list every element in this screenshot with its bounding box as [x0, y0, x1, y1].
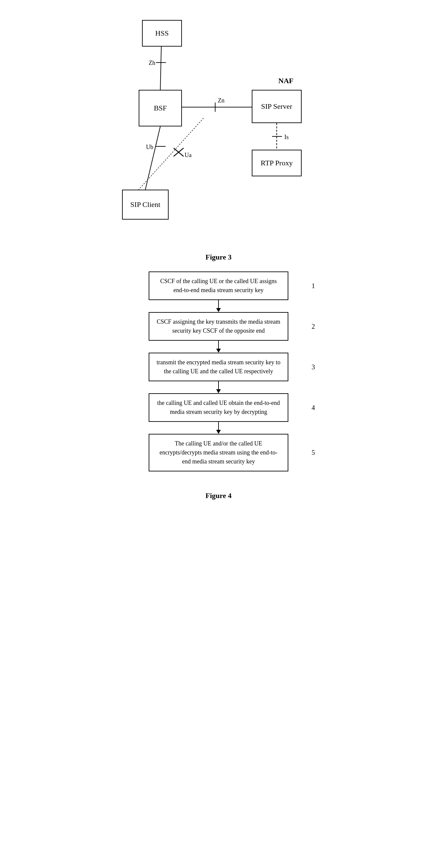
svg-marker-23	[216, 430, 221, 434]
sip-server-box: SIP Server	[252, 90, 302, 123]
sip-server-label: SIP Server	[261, 102, 292, 111]
figure4-diagram: CSCF of the calling UE or the called UE …	[102, 272, 335, 510]
arrow-1	[102, 300, 335, 312]
hss-label: HSS	[155, 29, 168, 38]
bsf-box: BSF	[139, 90, 182, 126]
arrow-4	[102, 422, 335, 434]
flow-box-5: The calling UE and/or the called UE encr…	[149, 434, 288, 471]
sip-client-box: SIP Client	[122, 190, 168, 220]
svg-line-0	[160, 46, 161, 90]
flow-box-1: CSCF of the calling UE or the called UE …	[149, 272, 288, 300]
svg-text:Ua: Ua	[185, 152, 192, 158]
svg-line-13	[174, 148, 184, 156]
figure3-diagram: HSS BSF SIP Server RTP Proxy SIP Client …	[102, 13, 335, 246]
step-number-4: 4	[312, 404, 315, 411]
rtp-proxy-label: RTP Proxy	[261, 159, 293, 167]
bsf-label: BSF	[154, 104, 167, 113]
step-number-1: 1	[312, 282, 315, 290]
svg-text:Zh: Zh	[149, 60, 155, 66]
step-number-3: 3	[312, 363, 315, 371]
sip-client-label: SIP Client	[130, 200, 160, 209]
flow-box-4: the calling UE and called UE obtain the …	[149, 393, 288, 422]
step-number-2: 2	[312, 323, 315, 330]
figure3-caption: Figure 3	[206, 253, 231, 261]
flow-step-4: the calling UE and called UE obtain the …	[102, 393, 335, 422]
step-number-5: 5	[312, 449, 315, 457]
flow-step-1: CSCF of the calling UE or the called UE …	[102, 272, 335, 300]
svg-line-6	[145, 126, 160, 190]
svg-marker-19	[216, 349, 221, 353]
arrow-3	[102, 381, 335, 393]
svg-marker-17	[216, 308, 221, 312]
page-container: HSS BSF SIP Server RTP Proxy SIP Client …	[0, 0, 437, 868]
flow-box-2: CSCF assigning the key transmits the med…	[149, 312, 288, 341]
flow-step-3: transmit the encrypted media stream secu…	[102, 353, 335, 381]
svg-text:Is: Is	[284, 134, 289, 141]
hss-box: HSS	[142, 20, 182, 46]
figure4-caption: Figure 4	[206, 491, 231, 500]
naf-label: NAF	[278, 76, 293, 85]
svg-text:Ub: Ub	[146, 144, 153, 150]
svg-line-14	[174, 148, 184, 156]
svg-text:Zn: Zn	[218, 97, 224, 104]
svg-line-12	[139, 118, 204, 190]
flow-step-5: The calling UE and/or the called UE encr…	[102, 434, 335, 471]
flow-box-3: transmit the encrypted media stream secu…	[149, 353, 288, 381]
svg-marker-21	[216, 389, 221, 393]
arrow-2	[102, 341, 335, 353]
rtp-proxy-box: RTP Proxy	[252, 150, 302, 176]
flow-step-2: CSCF assigning the key transmits the med…	[102, 312, 335, 341]
